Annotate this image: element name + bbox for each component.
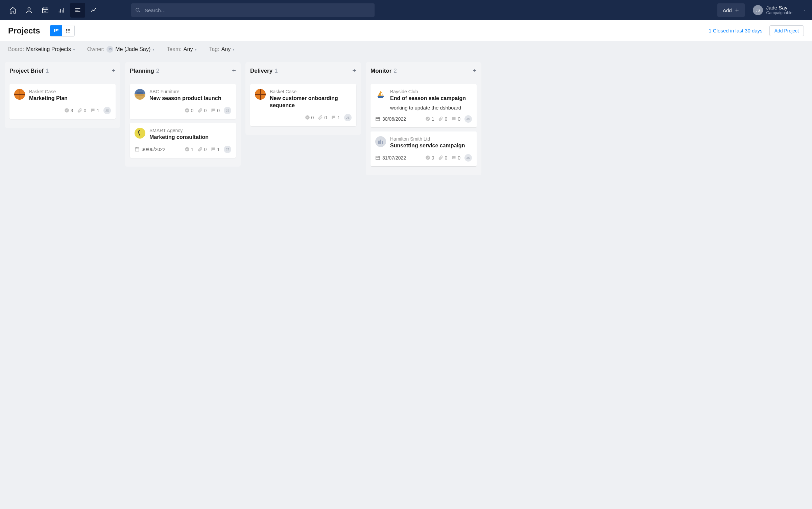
client-icon xyxy=(135,89,145,100)
client-name: ABC Furniture xyxy=(149,89,231,94)
svg-rect-3 xyxy=(54,29,55,32)
add-button[interactable]: Add xyxy=(717,3,745,17)
card-stats: 001JS xyxy=(305,114,352,121)
owner-avatar: JS xyxy=(106,46,113,53)
view-toggle xyxy=(50,25,75,37)
top-nav: Add JS Jade Say Campaignable xyxy=(0,0,812,20)
column-add-button[interactable]: + xyxy=(232,67,236,75)
board-filter-label: Board: xyxy=(8,46,24,52)
column-header: Delivery1+ xyxy=(250,67,356,75)
page-header: Projects 1 Closed in last 30 days Add Pr… xyxy=(0,20,812,41)
client-name: Basket Case xyxy=(270,89,352,94)
board-filter[interactable]: Board: Marketing Projects ▾ xyxy=(8,46,75,53)
team-filter[interactable]: Team: Any ▾ xyxy=(167,46,197,53)
card-note: working to update the dshboard xyxy=(390,105,472,111)
client-name: Hamilton Smith Ltd xyxy=(390,136,472,142)
chevron-down-icon xyxy=(803,8,807,12)
check-count: 0 xyxy=(425,155,434,161)
svg-point-14 xyxy=(185,147,189,151)
column-title: Project Brief xyxy=(9,68,44,74)
comment-count: 1 xyxy=(331,115,340,120)
attachment-count: 0 xyxy=(318,115,327,120)
column-title: Monitor xyxy=(371,68,391,74)
home-icon[interactable] xyxy=(5,3,20,18)
column-add-button[interactable]: + xyxy=(473,67,477,75)
search-input[interactable] xyxy=(131,3,375,17)
svg-point-7 xyxy=(66,30,67,31)
column-count: 2 xyxy=(393,68,397,74)
card-date: 30/06/2022 xyxy=(135,147,165,152)
attachment-count: 0 xyxy=(77,108,86,113)
client-icon xyxy=(255,89,266,100)
board-view-button[interactable] xyxy=(50,25,62,36)
team-filter-label: Team: xyxy=(167,46,182,52)
comment-count: 1 xyxy=(90,108,99,113)
user-org: Campaignable xyxy=(766,10,792,15)
closed-link[interactable]: 1 Closed in last 30 days xyxy=(709,28,762,33)
comment-count: 0 xyxy=(451,116,460,122)
attachment-count: 0 xyxy=(438,116,447,122)
chevron-down-icon: ▾ xyxy=(195,47,197,52)
trend-icon[interactable] xyxy=(87,3,101,18)
add-project-button[interactable]: Add Project xyxy=(769,25,804,36)
svg-rect-5 xyxy=(57,29,58,30)
project-card[interactable]: Basket CaseMarketing Plan301JS xyxy=(9,84,116,119)
svg-point-9 xyxy=(65,108,69,113)
project-card[interactable]: SMART AgencyMarketing consultation30/06/… xyxy=(130,123,236,158)
list-view-button[interactable] xyxy=(62,25,74,36)
search-wrap xyxy=(131,3,375,17)
column-title: Delivery xyxy=(250,68,272,74)
project-card[interactable]: Bayside ClubEnd of season sale campaignw… xyxy=(371,84,477,127)
assignee-avatar: JS xyxy=(103,107,111,114)
calendar-icon[interactable] xyxy=(38,3,53,18)
user-name: Jade Say xyxy=(766,5,792,11)
owner-filter[interactable]: Owner: JS Me (Jade Say) ▾ xyxy=(87,46,155,53)
user-avatar: JS xyxy=(753,5,763,15)
user-menu[interactable]: JS Jade Say Campaignable xyxy=(753,5,807,16)
owner-filter-value: Me (Jade Say) xyxy=(115,46,150,52)
project-card[interactable]: Hamilton Smith LtdSunsetting service cam… xyxy=(371,131,477,166)
header-right: 1 Closed in last 30 days Add Project xyxy=(709,25,804,36)
assignee-avatar: JS xyxy=(464,154,472,162)
comment-count: 0 xyxy=(451,155,460,161)
svg-rect-19 xyxy=(380,140,381,144)
tag-filter-value: Any xyxy=(221,46,231,52)
project-card[interactable]: ABC FurnitureNew season product launch00… xyxy=(130,84,236,119)
svg-point-17 xyxy=(426,117,430,121)
client-name: Basket Case xyxy=(29,89,111,94)
column-header: Project Brief1+ xyxy=(9,67,116,75)
client-icon xyxy=(375,89,386,100)
board-icon[interactable] xyxy=(70,3,85,18)
client-name: Bayside Club xyxy=(390,89,472,94)
column-count: 1 xyxy=(274,68,278,74)
owner-filter-label: Owner: xyxy=(87,46,105,52)
team-filter-value: Any xyxy=(184,46,193,52)
svg-rect-21 xyxy=(376,156,380,160)
check-count: 1 xyxy=(425,116,434,122)
column-add-button[interactable]: + xyxy=(112,67,116,75)
card-stats: 100JS xyxy=(425,115,472,123)
project-card[interactable]: Basket CaseNew customer onboarding seque… xyxy=(250,84,356,126)
attachment-count: 0 xyxy=(438,155,447,161)
svg-point-6 xyxy=(66,29,67,29)
svg-point-15 xyxy=(305,115,310,120)
add-button-label: Add xyxy=(723,7,732,13)
card-footer: 301JS xyxy=(14,107,111,114)
card-stats: 000JS xyxy=(425,154,472,162)
comment-count: 0 xyxy=(211,108,220,113)
board-column: Planning2+ABC FurnitureNew season produc… xyxy=(125,62,241,167)
tag-filter[interactable]: Tag: Any ▾ xyxy=(209,46,235,53)
client-icon xyxy=(14,89,25,100)
card-title: Sunsetting service campaign xyxy=(390,142,472,149)
check-count: 1 xyxy=(185,147,194,152)
column-count: 2 xyxy=(156,68,159,74)
svg-rect-20 xyxy=(382,141,383,144)
chevron-down-icon: ▾ xyxy=(233,47,235,52)
card-title: New season product launch xyxy=(149,95,231,102)
column-header: Monitor2+ xyxy=(371,67,477,75)
column-add-button[interactable]: + xyxy=(352,67,356,75)
person-icon[interactable] xyxy=(22,3,37,18)
bars-icon[interactable] xyxy=(54,3,69,18)
svg-point-8 xyxy=(66,32,67,32)
card-stats: 000JS xyxy=(185,107,231,114)
